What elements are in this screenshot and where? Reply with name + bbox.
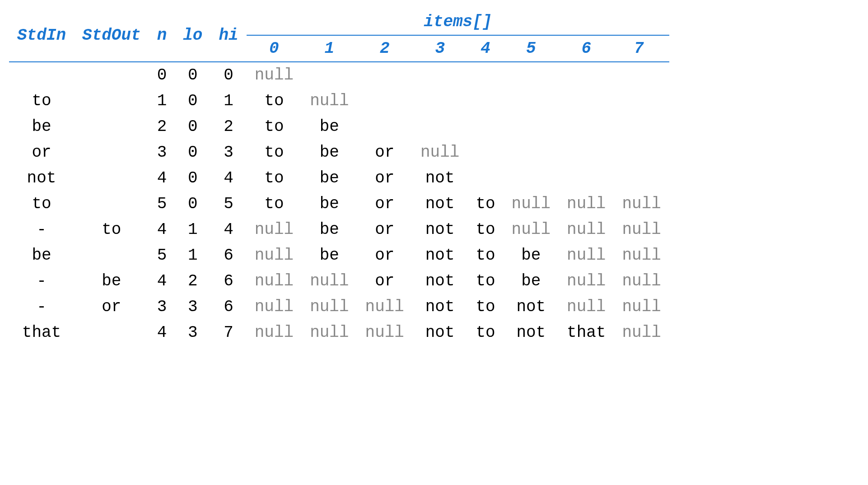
cell-stdout: or	[74, 294, 149, 320]
cell-n: 1	[149, 88, 175, 114]
cell-item-3: not	[412, 320, 467, 345]
cell-n: 4	[149, 320, 175, 345]
cell-item-6: null	[559, 191, 614, 217]
table-row: not404tobeornot	[9, 165, 669, 191]
cell-item-2: null	[357, 294, 412, 320]
cell-item-4: to	[467, 268, 503, 294]
cell-item-4: to	[467, 242, 503, 268]
cell-item-3: not	[412, 268, 467, 294]
cell-item-2: null	[357, 320, 412, 345]
cell-n: 3	[149, 294, 175, 320]
cell-item-5: not	[504, 294, 559, 320]
cell-item-3: null	[412, 140, 467, 165]
table-row: be202tobe	[9, 114, 669, 140]
header-index-0: 0	[247, 35, 302, 62]
cell-item-3	[412, 88, 467, 114]
cell-item-0: to	[247, 88, 302, 114]
cell-item-2	[357, 88, 412, 114]
cell-lo: 1	[175, 217, 210, 242]
cell-item-7: null	[614, 191, 669, 217]
cell-item-1: null	[302, 88, 357, 114]
cell-item-4	[467, 62, 503, 88]
cell-stdin: not	[9, 165, 74, 191]
cell-item-6: null	[559, 242, 614, 268]
cell-item-2: or	[357, 217, 412, 242]
cell-stdin: be	[9, 114, 74, 140]
cell-item-7: null	[614, 242, 669, 268]
cell-stdin: -	[9, 294, 74, 320]
header-lo: lo	[175, 9, 210, 62]
cell-item-6	[559, 62, 614, 88]
cell-stdout: be	[74, 268, 149, 294]
header-index-6: 6	[559, 35, 614, 62]
cell-lo: 0	[175, 140, 210, 165]
header-index-7: 7	[614, 35, 669, 62]
cell-stdin: be	[9, 242, 74, 268]
cell-item-5	[504, 140, 559, 165]
cell-n: 3	[149, 140, 175, 165]
cell-item-7	[614, 114, 669, 140]
cell-item-2: or	[357, 268, 412, 294]
cell-item-1	[302, 62, 357, 88]
cell-item-6: that	[559, 320, 614, 345]
cell-item-0: null	[247, 294, 302, 320]
table-row: -or336nullnullnullnottonotnullnull	[9, 294, 669, 320]
cell-item-5: be	[504, 242, 559, 268]
header-index-2: 2	[357, 35, 412, 62]
cell-stdin: -	[9, 268, 74, 294]
cell-item-6	[559, 114, 614, 140]
cell-item-4: to	[467, 320, 503, 345]
cell-stdout: to	[74, 217, 149, 242]
header-index-4: 4	[467, 35, 503, 62]
cell-item-4: to	[467, 217, 503, 242]
header-hi: hi	[210, 9, 246, 62]
cell-item-4	[467, 114, 503, 140]
cell-item-2: or	[357, 242, 412, 268]
cell-item-0: null	[247, 320, 302, 345]
cell-lo: 0	[175, 191, 210, 217]
header-stdout: StdOut	[74, 9, 149, 62]
cell-hi: 6	[210, 268, 246, 294]
cell-item-5: null	[504, 217, 559, 242]
cell-item-3: not	[412, 165, 467, 191]
cell-item-1: null	[302, 294, 357, 320]
table-row: to101tonull	[9, 88, 669, 114]
cell-item-3: not	[412, 217, 467, 242]
cell-item-3	[412, 114, 467, 140]
cell-n: 5	[149, 191, 175, 217]
cell-hi: 2	[210, 114, 246, 140]
cell-item-1: be	[302, 191, 357, 217]
table-row: to505tobeornottonullnullnull	[9, 191, 669, 217]
cell-lo: 0	[175, 62, 210, 88]
cell-hi: 0	[210, 62, 246, 88]
trace-table: StdIn StdOut n lo hi items[] 01234567 00…	[9, 9, 669, 345]
cell-item-2: or	[357, 165, 412, 191]
cell-stdin: -	[9, 217, 74, 242]
cell-item-0: null	[247, 242, 302, 268]
cell-item-4	[467, 165, 503, 191]
trace-table-container: StdIn StdOut n lo hi items[] 01234567 00…	[9, 9, 669, 345]
cell-stdin: to	[9, 88, 74, 114]
table-row: that437nullnullnullnottonotthatnull	[9, 320, 669, 345]
cell-item-0: to	[247, 191, 302, 217]
cell-stdout	[74, 140, 149, 165]
cell-item-7: null	[614, 294, 669, 320]
cell-hi: 6	[210, 294, 246, 320]
header-n: n	[149, 9, 175, 62]
cell-item-2: or	[357, 140, 412, 165]
cell-hi: 6	[210, 242, 246, 268]
cell-item-6: null	[559, 294, 614, 320]
cell-stdout	[74, 165, 149, 191]
cell-hi: 4	[210, 165, 246, 191]
cell-item-1: be	[302, 242, 357, 268]
cell-item-1: be	[302, 217, 357, 242]
header-stdin: StdIn	[9, 9, 74, 62]
cell-lo: 3	[175, 320, 210, 345]
cell-item-5: not	[504, 320, 559, 345]
cell-hi: 5	[210, 191, 246, 217]
cell-stdout	[74, 242, 149, 268]
cell-n: 4	[149, 268, 175, 294]
cell-item-7	[614, 165, 669, 191]
table-row: -be426nullnullornottobenullnull	[9, 268, 669, 294]
cell-item-6	[559, 165, 614, 191]
